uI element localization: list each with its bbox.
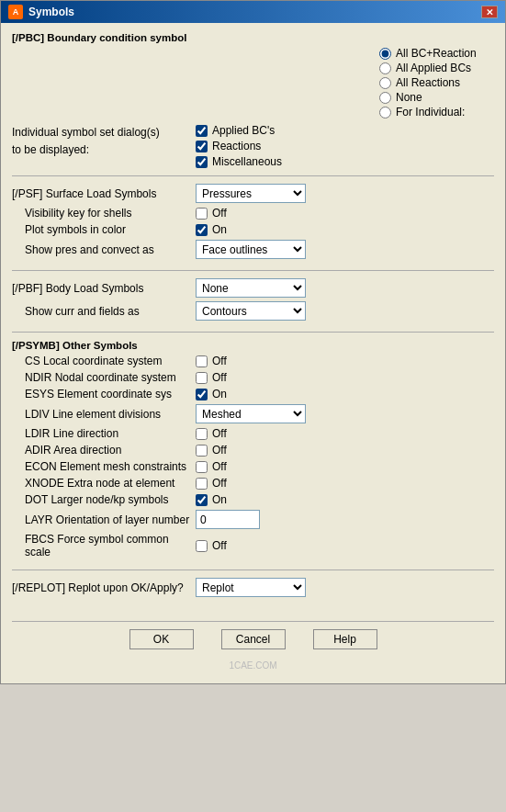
symbols-dialog: A Symbols ✕ [/PBC] Boundary condition sy… (0, 0, 506, 684)
psf-visibility-cb[interactable]: Off (196, 207, 227, 220)
radio-all-applied-bcs[interactable]: All Applied BCs (379, 62, 477, 74)
cb-reactions[interactable]: Reactions (196, 140, 282, 152)
pbc-section: [/PBC] Boundary condition symbol All BC+… (12, 32, 494, 176)
individual-checkboxes: Applied BC's Reactions Miscellaneous (196, 124, 282, 168)
psf-type-select[interactable]: Pressures None All (196, 184, 306, 203)
psymb-econ-cb[interactable]: Off (196, 460, 227, 473)
pbf-curr-select[interactable]: Contours Arrows (196, 301, 306, 321)
radio-all-bc-reaction[interactable]: All BC+Reaction (379, 47, 477, 60)
pbf-type-select[interactable]: None All (196, 278, 306, 298)
psymb-ndir-cb[interactable]: Off (196, 371, 227, 384)
psymb-adir-cb[interactable]: Off (196, 444, 227, 457)
psymb-layr-row: LAYR Orientation of layer number (12, 510, 494, 529)
pbc-radio-group: All BC+Reaction All Applied BCs All Reac… (379, 47, 477, 118)
psymb-cs-row: CS Local coordinate system Off (12, 355, 494, 367)
cancel-button[interactable]: Cancel (221, 629, 286, 649)
cb-miscellaneous[interactable]: Miscellaneous (196, 155, 282, 168)
ok-button[interactable]: OK (129, 629, 194, 649)
replot-section: [/REPLOT] Replot upon OK/Apply? Replot D… (12, 578, 494, 608)
replot-row: [/REPLOT] Replot upon OK/Apply? Replot D… (12, 578, 494, 597)
psf-label: [/PSF] Surface Load Symbols (12, 187, 196, 200)
psf-color-cb[interactable]: On (196, 223, 227, 236)
psymb-xnode-cb[interactable]: Off (196, 477, 227, 490)
psymb-dot-cb[interactable]: On (196, 493, 227, 506)
cb-applied-bcs[interactable]: Applied BC's (196, 124, 282, 137)
pbf-show-curr-row: Show curr and fields as Contours Arrows (12, 301, 494, 321)
psymb-econ-row: ECON Element mesh constraints Off (12, 460, 494, 473)
psymb-ndir-row: NDIR Nodal coordinate system Off (12, 371, 494, 384)
psymb-fbcs-row: FBCS Force symbol common scale Off (12, 533, 494, 558)
pbf-label: [/PBF] Body Load Symbols (12, 282, 196, 295)
psf-show-pres-select[interactable]: Face outlines Arrows Contours (196, 240, 306, 259)
psymb-layr-input[interactable] (196, 510, 260, 529)
watermark: 1CAE.COM (12, 659, 494, 674)
psymb-xnode-row: XNODE Extra node at element Off (12, 477, 494, 490)
psf-color-row: Plot symbols in color On (12, 223, 494, 236)
close-button[interactable]: ✕ (481, 6, 498, 18)
replot-label: [/REPLOT] Replot upon OK/Apply? (12, 581, 196, 594)
psymb-label: [/PSYMB] Other Symbols (12, 340, 494, 351)
help-button[interactable]: Help (313, 629, 377, 649)
psf-section: [/PSF] Surface Load Symbols Pressures No… (12, 184, 494, 271)
psymb-ldir-cb[interactable]: Off (196, 427, 227, 440)
psymb-esys-row: ESYS Element coordinate sys On (12, 388, 494, 400)
psymb-fbcs-cb[interactable]: Off (196, 539, 227, 552)
psymb-dot-row: DOT Larger node/kp symbols On (12, 493, 494, 506)
psymb-section: [/PSYMB] Other Symbols CS Local coordina… (12, 340, 494, 570)
radio-for-individual[interactable]: For Individual: (379, 106, 477, 118)
psymb-esys-cb[interactable]: On (196, 388, 227, 400)
individual-label: Individual symbol set dialog(s) to be di… (12, 124, 196, 159)
psf-visibility-row: Visibility key for shells Off (12, 207, 494, 220)
app-icon: A (8, 5, 23, 19)
radio-none[interactable]: None (379, 91, 477, 104)
radio-all-reactions[interactable]: All Reactions (379, 76, 477, 89)
psf-show-pres-row: Show pres and convect as Face outlines A… (12, 240, 494, 259)
individual-row: Individual symbol set dialog(s) to be di… (12, 124, 494, 168)
psymb-adir-row: ADIR Area direction Off (12, 444, 494, 457)
pbf-top-row: [/PBF] Body Load Symbols None All (12, 278, 494, 298)
pbc-label: [/PBC] Boundary condition symbol (12, 32, 494, 43)
psymb-ldiv-row: LDIV Line element divisions Meshed None … (12, 404, 494, 423)
psymb-cs-cb[interactable]: Off (196, 355, 227, 367)
psymb-ldiv-select[interactable]: Meshed None Undeformed (196, 404, 306, 423)
window-title: Symbols (28, 6, 74, 18)
replot-select[interactable]: Replot Do not replot (196, 578, 306, 597)
psymb-ldir-row: LDIR Line direction Off (12, 427, 494, 440)
button-row: OK Cancel Help (12, 621, 494, 659)
pbf-section: [/PBF] Body Load Symbols None All Show c… (12, 278, 494, 333)
psf-top-row: [/PSF] Surface Load Symbols Pressures No… (12, 184, 494, 203)
titlebar: A Symbols ✕ (1, 1, 505, 23)
